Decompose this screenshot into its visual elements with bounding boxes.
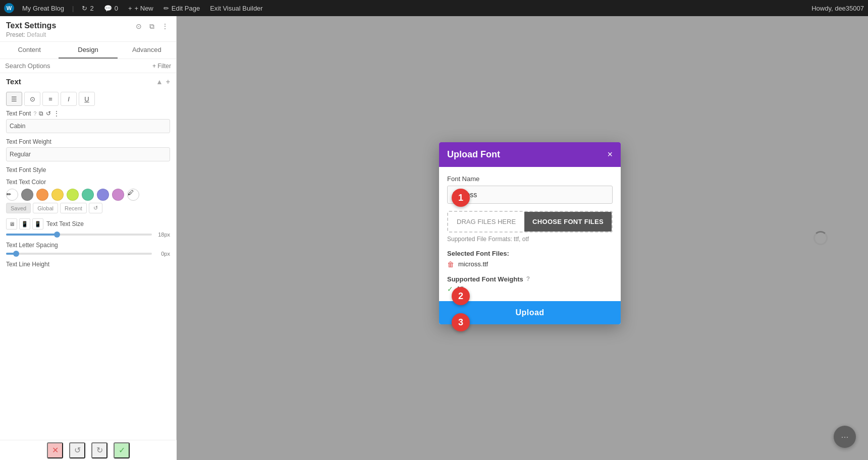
letter-spacing-value: 0px (156, 251, 170, 257)
choose-font-files-button[interactable]: CHOOSE FONT FILES (524, 212, 612, 232)
text-font-label: Text Font ? ⧉ ↺ ⋮ (6, 110, 170, 117)
modal-close-button[interactable]: × (607, 150, 613, 159)
align-left-button[interactable]: ☰ (6, 92, 22, 106)
font-name-input[interactable] (447, 186, 613, 204)
edit-page-button[interactable]: ✏ Edit Page (161, 5, 202, 12)
modal-body: Font Name DRAG FILES HERE CHOOSE FONT FI… (439, 167, 621, 301)
add-section-icon[interactable]: + (166, 78, 170, 86)
tablet-icon[interactable]: 📱 (19, 218, 30, 229)
revisions-icon[interactable]: ↻ 2 (80, 5, 95, 12)
main-area: 1 2 3 Upload Font × Font Name (177, 16, 868, 460)
pen-icon: ✏ (7, 191, 11, 197)
color-dropper[interactable]: 🖊 (127, 189, 139, 201)
text-size-control: 18px (6, 232, 170, 238)
align-right-button[interactable]: ≡ (42, 92, 59, 106)
text-font-select[interactable]: Cabin (6, 119, 170, 133)
all-weights-checkbox-row: ✓ All (447, 285, 613, 293)
help-icon[interactable]: ? (33, 110, 36, 117)
color-swatch-purple[interactable] (112, 189, 124, 201)
recent-button[interactable]: Recent (60, 203, 87, 213)
comments-icon[interactable]: 💬 0 (102, 5, 120, 12)
settings-icon[interactable]: ⊙ (134, 21, 144, 31)
tab-advanced[interactable]: Advanced (118, 42, 176, 59)
collapse-icon[interactable]: ▲ (156, 78, 163, 86)
redo-button[interactable]: ↻ (91, 442, 107, 458)
font-weights-label: Supported Font Weights ? (447, 275, 613, 283)
text-font-style-label: Text Font Style (6, 166, 170, 174)
site-name[interactable]: My Great Blog (20, 5, 66, 12)
color-swatch-gray[interactable] (21, 189, 33, 201)
step-1-circle: 1 (452, 189, 470, 207)
text-size-value: 18px (156, 232, 170, 238)
clear-button[interactable]: ↺ (89, 203, 102, 213)
section-text: Text ▲ + (0, 73, 176, 88)
sidebar-header: Text Settings Preset: Default ⊙ ⧉ ⋮ (0, 16, 176, 42)
color-swatch-green[interactable] (82, 189, 94, 201)
search-filter-bar: + Filter (0, 59, 176, 73)
color-swatch-orange[interactable] (36, 189, 48, 201)
mobile-icon[interactable]: 📱 (32, 218, 43, 229)
step-2-circle: 2 (452, 287, 470, 305)
trash-icon[interactable]: 🗑 (447, 260, 454, 268)
text-font-field: Text Font ? ⧉ ↺ ⋮ Cabin (6, 110, 170, 133)
saved-button[interactable]: Saved (6, 203, 31, 213)
text-font-control: Cabin (6, 119, 170, 133)
line-height-field: Text Line Height (6, 261, 170, 268)
reset-icon[interactable]: ↺ (46, 110, 51, 117)
exit-builder-button[interactable]: Exit Visual Builder (208, 5, 265, 12)
font-weights-help-icon[interactable]: ? (526, 275, 530, 282)
color-swatch-pen[interactable]: ✏ (6, 189, 18, 201)
sidebar-preset: Preset: Default (6, 31, 56, 38)
dropzone-area[interactable]: DRAG FILES HERE CHOOSE FONT FILES (447, 211, 613, 233)
global-button[interactable]: Global (33, 203, 58, 213)
undo-button[interactable]: ↺ (69, 442, 85, 458)
more-icon[interactable]: ⋮ (53, 110, 60, 117)
format-hint: Supported File Formats: ttf, otf (447, 236, 613, 243)
text-font-style-field: Text Font Style (6, 166, 170, 174)
text-options: ☰ ⊙ ≡ I U Text Font ? ⧉ ↺ ⋮ Cabin Text F… (0, 88, 176, 276)
text-color-field: Text Text Color ✏ 🖊 Saved (6, 179, 170, 213)
text-size-field: 🖥 📱 📱 Text Text Size 18px (6, 218, 170, 238)
letter-spacing-label: Text Letter Spacing (6, 242, 170, 249)
text-font-weight-field: Text Font Weight Regular (6, 138, 170, 161)
color-swatches: ✏ 🖊 (6, 189, 170, 201)
text-align-row: ☰ ⊙ ≡ I U (6, 92, 170, 106)
copy-icon[interactable]: ⧉ (39, 110, 43, 117)
sidebar: Text Settings Preset: Default ⊙ ⧉ ⋮ Cont… (0, 16, 177, 460)
save-button[interactable]: ✓ (114, 442, 130, 458)
step-3-circle: 3 (452, 313, 470, 331)
text-color-label: Text Text Color (6, 179, 170, 186)
text-font-weight-select[interactable]: Regular (6, 147, 170, 161)
cancel-button[interactable]: ✕ (47, 442, 63, 458)
letter-spacing-control: 0px (6, 251, 170, 257)
selected-files-label: Selected Font Files: (447, 250, 613, 257)
text-font-weight-control: Regular (6, 147, 170, 161)
letter-spacing-track[interactable] (6, 253, 152, 255)
saved-bar: Saved Global Recent ↺ (6, 203, 170, 213)
filter-button[interactable]: + Filter (152, 63, 171, 70)
font-name-label: Font Name (447, 175, 613, 183)
wordpress-topbar: W My Great Blog | ↻ 2 💬 0 + + New ✏ Edit… (0, 0, 868, 16)
tab-content[interactable]: Content (0, 42, 59, 59)
color-swatch-blue[interactable] (97, 189, 109, 201)
italic-button[interactable]: I (61, 92, 77, 106)
align-center-button[interactable]: ⊙ (24, 92, 40, 106)
desktop-icon[interactable]: 🖥 (6, 218, 17, 229)
text-size-track[interactable] (6, 234, 152, 236)
color-swatch-yellow[interactable] (51, 189, 64, 201)
more-icon[interactable]: ⋮ (160, 21, 170, 31)
search-options-input[interactable] (5, 62, 152, 70)
selected-file-item: 🗑 micross.ttf (447, 260, 613, 268)
duplicate-icon[interactable]: ⧉ (147, 21, 157, 31)
text-font-weight-label: Text Font Weight (6, 138, 170, 145)
color-swatch-light-green[interactable] (67, 189, 79, 201)
modal-overlay: 1 2 3 Upload Font × Font Name (177, 16, 868, 460)
drag-files-label: DRAG FILES HERE (448, 212, 524, 232)
sidebar-title: Text Settings (6, 21, 56, 30)
text-size-label: 🖥 📱 📱 Text Text Size (6, 218, 170, 229)
bottom-bar: ✕ ↺ ↻ ✓ (0, 440, 177, 460)
new-button[interactable]: + + New (126, 5, 155, 12)
tab-design[interactable]: Design (59, 42, 117, 59)
underline-button[interactable]: U (79, 92, 95, 106)
user-info: Howdy, dee35007 (811, 5, 864, 12)
